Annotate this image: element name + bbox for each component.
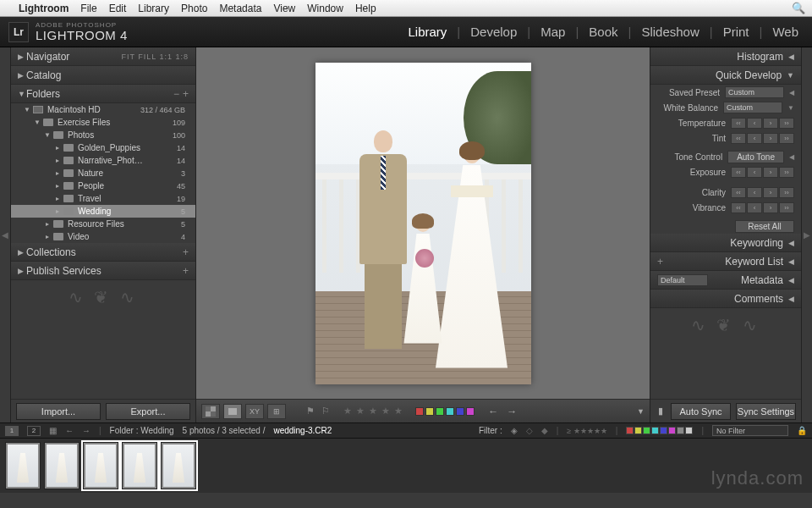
stepper-button[interactable]: ‹‹ — [731, 202, 746, 213]
stepper-button[interactable]: › — [763, 133, 778, 144]
filter-color-swatch[interactable] — [634, 427, 642, 434]
next-photo-icon[interactable]: → — [507, 406, 517, 417]
toolbar-menu-icon[interactable]: ▼ — [637, 407, 645, 416]
filter-preset-select[interactable]: No Filter — [712, 425, 788, 436]
thumbnail[interactable] — [44, 442, 80, 489]
screen-2-button[interactable]: 2 — [27, 426, 41, 436]
panel-quick-develop[interactable]: Quick Develop▼ — [650, 66, 801, 85]
folder-row[interactable]: ▸Resource Files5 — [11, 218, 195, 230]
auto-tone-button[interactable]: Auto Tone — [727, 151, 784, 163]
module-slideshow[interactable]: Slideshow — [636, 25, 704, 39]
mac-menu-photo[interactable]: Photo — [181, 3, 207, 14]
spotlight-icon[interactable]: 🔍 — [792, 2, 805, 14]
panel-collections[interactable]: ▶ Collections + — [11, 243, 195, 262]
sync-switch-icon[interactable]: ▮ — [656, 406, 666, 417]
color-label-swatch[interactable] — [415, 407, 424, 416]
folder-row[interactable]: ▸Golden_Puppies14 — [11, 141, 195, 154]
left-collapse-icon[interactable]: ◀ — [0, 47, 10, 422]
stepper-button[interactable]: › — [763, 202, 778, 213]
folder-row[interactable]: ▸People45 — [11, 179, 195, 192]
thumbnail[interactable] — [5, 442, 41, 489]
mac-menu-help[interactable]: Help — [355, 3, 376, 14]
stepper-button[interactable]: ‹ — [747, 167, 762, 178]
prev-photo-icon[interactable]: ← — [488, 406, 498, 417]
folder-row[interactable]: ▸Narrative_Phot…14 — [11, 154, 195, 167]
metadata-preset-select[interactable]: Default — [657, 274, 708, 286]
plus-icon[interactable]: + — [183, 246, 189, 258]
module-map[interactable]: Map — [535, 25, 570, 39]
panel-metadata[interactable]: DefaultMetadata◀ — [650, 271, 801, 290]
panel-publish[interactable]: ▶ Publish Services + — [11, 262, 195, 280]
stepper-button[interactable]: ‹ — [747, 118, 762, 129]
disclosure-icon[interactable]: ◀ — [789, 89, 794, 97]
color-label-swatch[interactable] — [466, 407, 475, 416]
reset-all-button[interactable]: Reset All — [735, 220, 794, 233]
reject-icon[interactable]: ⚐ — [321, 406, 330, 417]
module-print[interactable]: Print — [718, 25, 754, 39]
plus-icon[interactable]: + — [657, 256, 663, 268]
filter-color-swatch[interactable] — [643, 427, 650, 434]
module-develop[interactable]: Develop — [465, 25, 522, 39]
grid-icon[interactable]: ▦ — [49, 426, 57, 435]
stepper-button[interactable]: ‹ — [747, 133, 762, 144]
disclosure-icon[interactable]: ▼ — [787, 104, 794, 112]
mac-menu-app[interactable]: Lightroom — [19, 3, 69, 14]
stepper-button[interactable]: ‹ — [747, 187, 762, 198]
filter-color-swatch[interactable] — [651, 427, 659, 434]
panel-histogram[interactable]: Histogram◀ — [650, 47, 801, 66]
white-balance-select[interactable]: Custom — [723, 102, 782, 113]
filmstrip-path[interactable]: Folder : Wedding — [110, 426, 174, 435]
grid-view-button[interactable] — [201, 404, 220, 419]
filter-color-swatch[interactable] — [668, 427, 676, 434]
module-library[interactable]: Library — [403, 25, 452, 39]
panel-catalog[interactable]: ▶ Catalog — [11, 66, 195, 85]
forward-icon[interactable]: → — [82, 426, 91, 435]
stepper-button[interactable]: ›› — [779, 167, 794, 178]
panel-navigator[interactable]: ▶ Navigator FIT FILL 1:1 1:8 — [11, 47, 195, 66]
stepper-button[interactable]: ›› — [779, 133, 794, 144]
folder-row[interactable]: ▼Photos100 — [11, 129, 195, 141]
stepper-button[interactable]: ›› — [779, 118, 794, 129]
flag-icon[interactable]: ⚑ — [306, 406, 315, 417]
compare-view-button[interactable]: XY — [245, 404, 264, 419]
filmstrip[interactable]: lynda.com — [0, 438, 812, 493]
filter-lock-icon[interactable]: 🔒 — [797, 426, 807, 435]
rating-stars[interactable]: ★ ★ ★ ★ ★ — [343, 406, 403, 417]
color-label-swatch[interactable] — [425, 407, 434, 416]
folder-row[interactable]: ▸Nature3 — [11, 167, 195, 179]
stepper-button[interactable]: ‹‹ — [731, 167, 746, 178]
filter-color-swatch[interactable] — [685, 427, 693, 434]
thumbnail[interactable] — [122, 442, 157, 489]
filter-color-swatch[interactable] — [660, 427, 667, 434]
module-web[interactable]: Web — [767, 25, 804, 39]
panel-keywording[interactable]: Keywording◀ — [650, 234, 801, 252]
mac-menu-library[interactable]: Library — [138, 3, 169, 14]
stepper-button[interactable]: ›› — [779, 202, 794, 213]
color-label-swatch[interactable] — [456, 407, 464, 416]
saved-preset-select[interactable]: Custom — [725, 86, 784, 98]
stepper-button[interactable]: ‹‹ — [731, 133, 746, 144]
export-button[interactable]: Export... — [106, 403, 190, 420]
color-label-swatch[interactable] — [436, 407, 444, 416]
plus-icon[interactable]: + — [183, 265, 189, 277]
sync-settings-button[interactable]: Sync Settings — [736, 403, 796, 420]
mac-menu-file[interactable]: File — [80, 3, 96, 14]
auto-sync-button[interactable]: Auto Sync — [671, 403, 731, 420]
mac-menu-window[interactable]: Window — [307, 3, 343, 14]
filter-flag-icon[interactable]: ◇ — [526, 426, 533, 435]
panel-comments[interactable]: Comments◀ — [650, 290, 801, 308]
stepper-button[interactable]: ‹ — [747, 202, 762, 213]
screen-1-button[interactable]: 1 — [5, 426, 19, 436]
mac-menu-view[interactable]: View — [273, 3, 295, 14]
folder-row[interactable]: ▸Travel19 — [11, 192, 195, 205]
thumbnail[interactable] — [83, 442, 118, 489]
stepper-button[interactable]: › — [763, 118, 778, 129]
disclosure-icon[interactable]: ◀ — [789, 153, 794, 161]
loupe-view-button[interactable] — [223, 404, 242, 419]
filter-color-swatch[interactable] — [626, 427, 634, 434]
image-viewer[interactable] — [196, 47, 650, 399]
import-button[interactable]: Import... — [16, 403, 101, 420]
right-collapse-icon[interactable]: ▶ — [802, 47, 812, 422]
stepper-button[interactable]: › — [763, 167, 778, 178]
filter-flag-icon[interactable]: ◆ — [541, 426, 548, 435]
